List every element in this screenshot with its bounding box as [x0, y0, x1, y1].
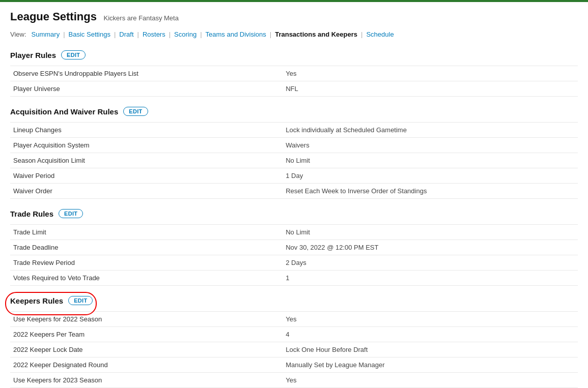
acquisition-waiver-section: Acquisition And Waiver Rules EDIT Lineup…: [10, 107, 578, 199]
row-value: Reset Each Week to Inverse Order of Stan…: [283, 184, 578, 199]
row-value: Lock One Hour Before Draft: [283, 342, 578, 357]
table-row: Lineup Changes Lock individually at Sche…: [10, 123, 578, 138]
table-row: 2022 Keeper Lock Date Lock One Hour Befo…: [10, 342, 578, 357]
player-rules-edit-button[interactable]: EDIT: [61, 50, 86, 59]
row-value: Yes: [283, 66, 578, 81]
row-label: 2022 Keeper Lock Date: [10, 342, 283, 357]
table-row: 2022 Keeper Designated Round Manually Se…: [10, 357, 578, 373]
row-value: No Limit: [283, 153, 578, 168]
row-value: Yes: [283, 373, 578, 388]
nav-draft[interactable]: Draft: [117, 28, 135, 40]
acquisition-waiver-table: Lineup Changes Lock individually at Sche…: [10, 122, 578, 199]
row-value: 1: [283, 271, 578, 286]
nav-rosters[interactable]: Rosters: [141, 28, 167, 40]
row-label: Votes Required to Veto Trade: [10, 271, 283, 286]
trade-rules-title: Trade Rules: [10, 210, 53, 218]
table-row: Player Acquisition System Waivers: [10, 138, 578, 153]
nav-bar: View: Summary | Basic Settings | Draft |…: [10, 28, 578, 40]
row-value: Nov 30, 2022 @ 12:00 PM EST: [283, 240, 578, 255]
trade-rules-table: Trade Limit No Limit Trade Deadline Nov …: [10, 224, 578, 286]
trade-rules-edit-button[interactable]: EDIT: [59, 209, 83, 218]
row-value: Lock individually at Scheduled Gametime: [283, 123, 578, 138]
table-row: Waiver Period 1 Day: [10, 168, 578, 184]
row-value: Manually Set by League Manager: [283, 357, 578, 373]
row-label: 2022 Keepers Per Team: [10, 327, 283, 342]
page-title-row: League Settings Kickers are Fantasy Meta: [10, 10, 578, 23]
row-label: Trade Limit: [10, 225, 283, 240]
acquisition-waiver-header: Acquisition And Waiver Rules EDIT: [10, 107, 578, 118]
row-label: Trade Review Period: [10, 255, 283, 271]
keepers-rules-section: Keepers Rules EDIT Use Keepers for 2022 …: [10, 296, 578, 388]
keepers-rules-title: Keepers Rules: [10, 296, 63, 305]
row-label: Trade Deadline: [10, 240, 283, 255]
table-row: Trade Review Period 2 Days: [10, 255, 578, 271]
trade-rules-header: Trade Rules EDIT: [10, 209, 578, 220]
row-value: 2 Days: [283, 255, 578, 271]
keepers-rules-table: Use Keepers for 2022 Season Yes 2022 Kee…: [10, 311, 578, 388]
acquisition-waiver-title: Acquisition And Waiver Rules: [10, 107, 118, 116]
acquisition-waiver-edit-button[interactable]: EDIT: [123, 107, 148, 116]
table-row: Observe ESPN's Undroppable Players List …: [10, 66, 578, 81]
nav-summary[interactable]: Summary: [30, 28, 62, 40]
row-label: Observe ESPN's Undroppable Players List: [10, 66, 283, 81]
row-label: Waiver Period: [10, 168, 283, 184]
table-row: Use Keepers for 2023 Season Yes: [10, 373, 578, 388]
row-label: Lineup Changes: [10, 123, 283, 138]
row-value: 4: [283, 327, 578, 342]
nav-schedule[interactable]: Schedule: [364, 28, 396, 40]
keepers-rules-header: Keepers Rules EDIT: [10, 296, 578, 307]
player-rules-title: Player Rules: [10, 51, 56, 59]
nav-teams-divisions[interactable]: Teams and Divisions: [204, 28, 268, 40]
table-row: 2022 Keepers Per Team 4: [10, 327, 578, 342]
row-value: No Limit: [283, 225, 578, 240]
row-value: Yes: [283, 312, 578, 327]
nav-scoring[interactable]: Scoring: [172, 28, 199, 40]
page-wrapper: League Settings Kickers are Fantasy Meta…: [0, 0, 588, 388]
table-row: Player Universe NFL: [10, 81, 578, 97]
table-row: Use Keepers for 2022 Season Yes: [10, 312, 578, 327]
player-rules-section: Player Rules EDIT Observe ESPN's Undropp…: [10, 50, 578, 97]
row-label: Use Keepers for 2023 Season: [10, 373, 283, 388]
nav-label: View:: [10, 31, 26, 38]
row-label: 2022 Keeper Designated Round: [10, 357, 283, 373]
trade-rules-section: Trade Rules EDIT Trade Limit No Limit Tr…: [10, 209, 578, 286]
row-value: 1 Day: [283, 168, 578, 184]
table-row: Season Acquisition Limit No Limit: [10, 153, 578, 168]
nav-basic-settings[interactable]: Basic Settings: [67, 28, 113, 40]
keepers-rules-edit-button[interactable]: EDIT: [68, 296, 93, 305]
row-value: NFL: [283, 81, 578, 97]
row-label: Season Acquisition Limit: [10, 153, 283, 168]
table-row: Waiver Order Reset Each Week to Inverse …: [10, 184, 578, 199]
player-rules-header: Player Rules EDIT: [10, 50, 578, 62]
row-label: Player Universe: [10, 81, 283, 97]
row-value: Waivers: [283, 138, 578, 153]
row-label: Use Keepers for 2022 Season: [10, 312, 283, 327]
page-subtitle: Kickers are Fantasy Meta: [104, 14, 179, 22]
nav-transactions-keepers[interactable]: Transactions and Keepers: [273, 28, 359, 40]
content: League Settings Kickers are Fantasy Meta…: [0, 2, 588, 388]
table-row: Trade Deadline Nov 30, 2022 @ 12:00 PM E…: [10, 240, 578, 255]
row-label: Waiver Order: [10, 184, 283, 199]
page-title: League Settings: [10, 10, 97, 23]
row-label: Player Acquisition System: [10, 138, 283, 153]
table-row: Votes Required to Veto Trade 1: [10, 271, 578, 286]
player-rules-table: Observe ESPN's Undroppable Players List …: [10, 66, 578, 97]
table-row: Trade Limit No Limit: [10, 225, 578, 240]
